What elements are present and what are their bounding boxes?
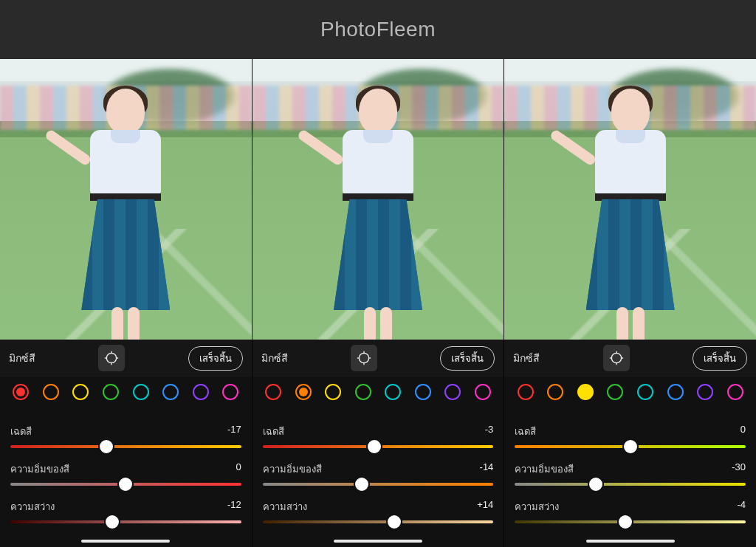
swatch-yellow[interactable] bbox=[72, 384, 89, 400]
sliders-group: เฉดสี-3 ความอิ่มของสี-14 ความสว่าง+14 bbox=[252, 410, 504, 547]
slider-track[interactable] bbox=[10, 445, 241, 448]
slider-knob[interactable] bbox=[624, 440, 637, 453]
slider-track[interactable] bbox=[515, 483, 746, 486]
swatch-orange[interactable] bbox=[295, 384, 312, 400]
slider-value: -17 bbox=[227, 424, 241, 439]
home-indicator[interactable] bbox=[586, 540, 675, 543]
slider-knob[interactable] bbox=[589, 478, 602, 491]
slider-label: เฉดสี bbox=[515, 424, 536, 439]
slider-label: ความอิ่มของสี bbox=[515, 461, 574, 477]
color-mix-bar: มิกซ์สี เสร็จสิ้น bbox=[0, 340, 252, 376]
swatch-red[interactable] bbox=[518, 384, 534, 400]
color-swatch-row bbox=[504, 376, 756, 410]
hue-slider[interactable]: เฉดสี-3 bbox=[263, 424, 494, 448]
slider-label: เฉดสี bbox=[263, 424, 284, 439]
panel-2: มิกซ์สี เสร็จสิ้น เฉดสี0 ความอิ่มของสี-3… bbox=[504, 59, 756, 547]
svg-point-10 bbox=[611, 353, 621, 362]
color-mix-bar: มิกซ์สี เสร็จสิ้น bbox=[504, 340, 756, 376]
slider-knob[interactable] bbox=[388, 515, 401, 529]
swatch-aqua[interactable] bbox=[637, 384, 653, 400]
swatch-yellow[interactable] bbox=[577, 384, 594, 400]
slider-label: ความอิ่มของสี bbox=[10, 461, 69, 477]
swatch-purple[interactable] bbox=[697, 384, 713, 400]
slider-value: -14 bbox=[480, 461, 494, 477]
targeted-adjust-button[interactable] bbox=[98, 345, 125, 371]
slider-knob[interactable] bbox=[119, 478, 132, 491]
color-swatch-row bbox=[0, 376, 252, 410]
slider-knob[interactable] bbox=[106, 515, 119, 529]
target-icon bbox=[357, 351, 371, 365]
swatch-green[interactable] bbox=[103, 384, 119, 400]
slider-knob[interactable] bbox=[368, 440, 381, 453]
svg-point-0 bbox=[107, 353, 117, 362]
sliders-group: เฉดสี0 ความอิ่มของสี-30 ความสว่าง-4 bbox=[504, 410, 756, 547]
swatch-green[interactable] bbox=[355, 384, 371, 400]
swatch-blue[interactable] bbox=[415, 384, 431, 400]
swatch-magenta[interactable] bbox=[222, 384, 238, 400]
swatch-orange[interactable] bbox=[547, 384, 563, 400]
home-indicator[interactable] bbox=[81, 540, 170, 543]
watermark-title: PhotoFleem bbox=[320, 18, 436, 41]
color-mix-bar: มิกซ์สี เสร็จสิ้น bbox=[252, 340, 504, 376]
swatch-green[interactable] bbox=[607, 384, 623, 400]
slider-label: ความสว่าง bbox=[10, 499, 55, 515]
sliders-group: เฉดสี-17 ความอิ่มของสี0 ความสว่าง-12 bbox=[0, 410, 252, 547]
preview-image[interactable] bbox=[504, 59, 756, 340]
slider-knob[interactable] bbox=[355, 478, 368, 491]
color-mix-label: มิกซ์สี bbox=[9, 350, 35, 366]
color-swatch-row bbox=[252, 376, 504, 410]
slider-track[interactable] bbox=[515, 520, 746, 523]
swatch-aqua[interactable] bbox=[133, 384, 149, 400]
swatch-blue[interactable] bbox=[667, 384, 684, 400]
slider-label: ความอิ่มของสี bbox=[263, 461, 322, 477]
slider-value: -12 bbox=[227, 499, 241, 515]
swatch-magenta[interactable] bbox=[727, 384, 743, 400]
swatch-aqua[interactable] bbox=[385, 384, 401, 400]
luminance-slider[interactable]: ความสว่าง+14 bbox=[263, 499, 494, 523]
slider-track[interactable] bbox=[515, 445, 746, 448]
done-button[interactable]: เสร็จสิ้น bbox=[440, 346, 495, 371]
slider-value: -3 bbox=[485, 424, 494, 439]
slider-knob[interactable] bbox=[100, 440, 113, 453]
slider-track[interactable] bbox=[10, 483, 241, 486]
swatch-red[interactable] bbox=[265, 384, 281, 400]
swatch-orange[interactable] bbox=[43, 384, 59, 400]
preview-image[interactable] bbox=[0, 59, 252, 340]
watermark-header: PhotoFleem bbox=[0, 0, 756, 59]
done-button[interactable]: เสร็จสิ้น bbox=[693, 346, 747, 371]
targeted-adjust-button[interactable] bbox=[351, 345, 377, 371]
swatch-red[interactable] bbox=[13, 384, 29, 400]
slider-track[interactable] bbox=[263, 520, 494, 523]
slider-track[interactable] bbox=[263, 445, 494, 448]
targeted-adjust-button[interactable] bbox=[603, 345, 630, 371]
swatch-yellow[interactable] bbox=[325, 384, 341, 400]
swatch-purple[interactable] bbox=[193, 384, 209, 400]
slider-knob[interactable] bbox=[619, 515, 632, 529]
home-indicator[interactable] bbox=[334, 540, 422, 543]
slider-value: 0 bbox=[236, 461, 241, 477]
slider-label: ความสว่าง bbox=[263, 499, 307, 515]
saturation-slider[interactable]: ความอิ่มของสี-14 bbox=[263, 461, 494, 486]
swatch-blue[interactable] bbox=[162, 384, 179, 400]
panels-row: มิกซ์สี เสร็จสิ้น เฉดสี-17 ความอิ่มของสี… bbox=[0, 59, 756, 547]
done-button[interactable]: เสร็จสิ้น bbox=[188, 346, 243, 371]
color-mix-label: มิกซ์สี bbox=[261, 350, 288, 366]
saturation-slider[interactable]: ความอิ่มของสี-30 bbox=[515, 461, 746, 486]
slider-value: 0 bbox=[740, 424, 746, 439]
panel-0: มิกซ์สี เสร็จสิ้น เฉดสี-17 ความอิ่มของสี… bbox=[0, 59, 252, 547]
slider-value: -30 bbox=[732, 461, 746, 477]
slider-value: +14 bbox=[477, 499, 493, 515]
swatch-purple[interactable] bbox=[444, 384, 461, 400]
hue-slider[interactable]: เฉดสี-17 bbox=[10, 424, 241, 448]
hue-slider[interactable]: เฉดสี0 bbox=[515, 424, 746, 448]
slider-label: เฉดสี bbox=[10, 424, 32, 439]
preview-image[interactable] bbox=[252, 59, 504, 340]
luminance-slider[interactable]: ความสว่าง-12 bbox=[10, 499, 241, 523]
slider-track[interactable] bbox=[10, 520, 241, 523]
luminance-slider[interactable]: ความสว่าง-4 bbox=[515, 499, 746, 523]
svg-point-5 bbox=[359, 353, 368, 362]
slider-track[interactable] bbox=[263, 483, 494, 486]
saturation-slider[interactable]: ความอิ่มของสี0 bbox=[10, 461, 241, 486]
slider-label: ความสว่าง bbox=[515, 499, 559, 515]
swatch-magenta[interactable] bbox=[475, 384, 491, 400]
